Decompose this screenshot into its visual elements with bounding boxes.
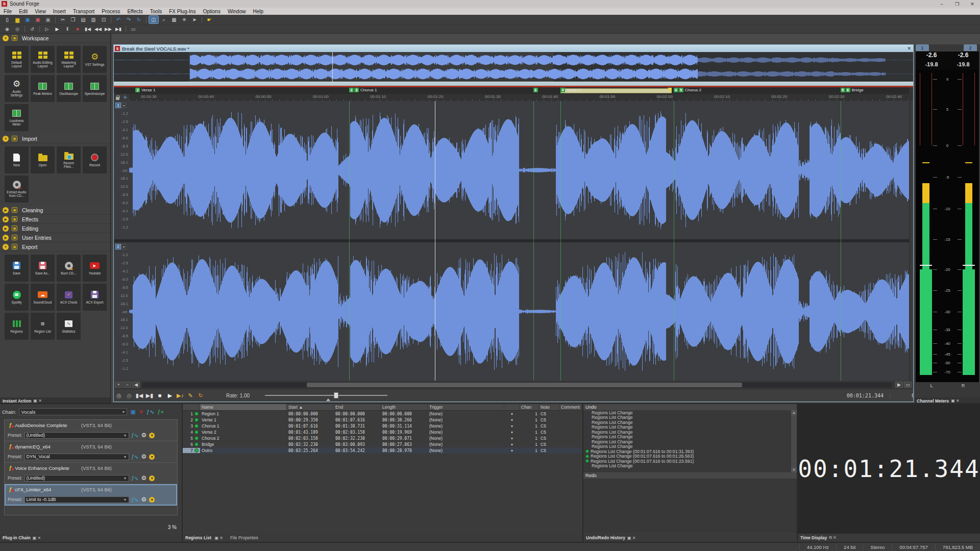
tab-regions-list[interactable]: Regions List ▣ ✕	[185, 535, 223, 540]
sidebar-section-workspace[interactable]: ▼▣Workspace	[0, 34, 110, 43]
panel-window-icons[interactable]: ▣ ✕	[33, 398, 41, 403]
tile-acx-check[interactable]: ✓ACX Check	[57, 284, 81, 311]
tab-file-properties[interactable]: File Properties	[230, 535, 258, 540]
channel-1-menu-icon[interactable]: ▾	[121, 103, 126, 108]
tile-statistics[interactable]: ∿Statistics	[57, 313, 81, 340]
scroll-right-button[interactable]: ▶	[895, 382, 903, 388]
play-plugin-chain-button[interactable]: ▶♪	[176, 392, 185, 399]
save-chain-button[interactable]: ▣	[130, 409, 135, 415]
region-row-outro[interactable]: 7Outro00:03:25.26400:03:54.24200:00:28.9…	[183, 447, 582, 454]
expand-plugin-icon[interactable]: ▼	[149, 454, 155, 460]
region-row-region-1[interactable]: 1Region 100:00:00.00000:00:00.00000:00:0…	[183, 411, 582, 417]
trim-crop-button[interactable]: ⊡	[99, 16, 108, 23]
loop-playback-button[interactable]: ◎	[114, 392, 124, 399]
mix-replace-button[interactable]: ◫	[149, 16, 158, 23]
panel-window-icons[interactable]: ▣ ✕	[627, 536, 635, 540]
record-button[interactable]: ◎	[125, 392, 134, 399]
tile-loudness-meter[interactable]: Loudness Meter	[5, 104, 29, 131]
channel-1-waveform[interactable]	[129, 101, 909, 239]
region-trigger[interactable]: (None)	[428, 430, 504, 435]
sidebar-section-export[interactable]: ▼▣Export	[0, 242, 110, 252]
tile-regions[interactable]: Regions	[5, 313, 29, 340]
overview-scroll-bar[interactable]	[114, 82, 913, 86]
menu-window[interactable]: Window	[224, 9, 250, 14]
plugin-card-dynamiceq-x64[interactable]: ƒdynamicEQ_x64(VST3, 64 Bit)Preset:DYN_V…	[5, 441, 177, 463]
column-header-chan[interactable]: Chan	[520, 404, 539, 410]
undo-item[interactable]: Regions List Change	[583, 415, 797, 420]
trigger-dropdown-icon[interactable]: ▼	[504, 443, 520, 446]
undo-item[interactable]: Regions List Change	[583, 464, 797, 469]
cut-button[interactable]: ✂	[58, 16, 67, 23]
rewind-button[interactable]: ◀◀	[93, 26, 103, 33]
sidebar-section-import[interactable]: ▼▣Import	[0, 134, 110, 143]
panel-window-icons[interactable]: ⧉ ✕	[829, 535, 836, 540]
forward-button[interactable]: ▶▶	[104, 26, 113, 33]
add-plugin-button[interactable]: ƒ+	[157, 409, 164, 415]
new-file-button[interactable]: ▯	[3, 16, 12, 23]
undo-item[interactable]: Regions List Change	[583, 430, 797, 435]
region-row-chorus-2[interactable]: 5Chorus 200:02:03.15800:02:32.23000:00:2…	[183, 435, 582, 441]
stop-button[interactable]: ■	[73, 26, 82, 33]
region-trigger[interactable]: (None)	[428, 423, 504, 429]
loop-button[interactable]: ↻	[196, 392, 205, 399]
play-all-button[interactable]: ▷	[42, 26, 52, 33]
lock-icon[interactable]	[116, 97, 119, 100]
sidebar-section-cleaning[interactable]: ▶▣Cleaning	[0, 206, 110, 215]
column-header-trigger[interactable]: Trigger	[428, 404, 504, 410]
automation-icon[interactable]: ƒ∿	[132, 497, 139, 503]
expand-plugin-icon[interactable]: ▼	[149, 475, 155, 481]
restart-button[interactable]: ↺	[28, 26, 37, 33]
tab-undo-redo-history[interactable]: Undo/Redo History ▣ ✕	[583, 534, 797, 542]
horizontal-scrollbar-thumb[interactable]	[307, 383, 742, 387]
tile-save[interactable]: Save	[5, 255, 29, 282]
region-trigger[interactable]: (None)	[428, 442, 504, 447]
trigger-dropdown-icon[interactable]: ▼	[504, 437, 520, 440]
automation-icon[interactable]: ƒ∿	[132, 475, 139, 481]
region-marker[interactable]: 3	[533, 88, 538, 92]
undo-item[interactable]: Regions List Change	[583, 425, 797, 430]
scroll-up-icon[interactable]: ▲	[791, 410, 797, 415]
menu-file[interactable]: File	[0, 9, 15, 14]
go-to-start-button[interactable]: ▮◀	[135, 392, 144, 399]
panel-window-icons[interactable]: ▣ ✕	[214, 536, 223, 540]
region-trigger[interactable]: (None)	[428, 411, 504, 416]
sidebar-section-effects[interactable]: ▶▣Effects	[0, 215, 110, 224]
tile-open[interactable]: Open	[31, 146, 55, 173]
undo-item[interactable]: Regions List Change	[583, 439, 797, 444]
region-play-icon[interactable]	[194, 430, 199, 434]
tile-spectroscope[interactable]: Spectroscope	[83, 75, 107, 102]
region-row-verse-2[interactable]: 4Verse 200:01:43.18900:02:03.15800:00:19…	[183, 429, 582, 435]
region-marker-verse-1[interactable]: 2Verse 1	[135, 88, 155, 92]
tile-default-layout[interactable]: Default Layout	[5, 46, 29, 73]
save-all-button[interactable]: ▣	[43, 16, 53, 23]
tile-acx-export[interactable]: ACX Export	[83, 284, 107, 311]
region-row-verse-1[interactable]: 2Verse 100:00:29.35000:01:07.61600:00:38…	[183, 417, 582, 423]
region-trigger[interactable]: (None)	[428, 436, 504, 441]
gear-icon[interactable]: ⚙	[141, 453, 146, 460]
maximize-button[interactable]: ❒	[949, 2, 965, 7]
tile-vst-settings[interactable]: ⚙VST Settings	[83, 46, 107, 73]
menu-help[interactable]: Help	[249, 9, 267, 14]
expand-plugin-icon[interactable]: ▼	[149, 433, 155, 438]
undo-item[interactable]: Regions List Change (00:01:07.616 to 00:…	[583, 454, 797, 459]
menu-tools[interactable]: Tools	[146, 9, 165, 14]
undo-item[interactable]: Regions List Change (00:01:07.616 to 00:…	[583, 449, 797, 454]
document-close-icon[interactable]: ✕	[907, 46, 911, 51]
region-play-icon[interactable]	[194, 412, 199, 416]
meter-tab-2[interactable]: 2	[964, 44, 977, 51]
minimize-button[interactable]: –	[934, 2, 949, 7]
channel-1-lane[interactable]: 1 ▾ -1.2-2.5-4.1-6.0-8.5-12.0-18.1-Inf.-…	[114, 101, 909, 239]
region-row-bridge[interactable]: 6Bridge00:02:32.23000:03:00.09300:00:27.…	[183, 441, 582, 447]
column-header[interactable]	[183, 404, 200, 410]
plugin-card-voice-enhance-complete[interactable]: ƒVoice Enhance Complete(VST3, 64 Bit)Pre…	[5, 463, 177, 484]
tile-save-as-[interactable]: Save As...	[31, 255, 55, 282]
gear-icon[interactable]: ⚙	[141, 432, 146, 439]
tile-youtube[interactable]: ▶Youtube	[83, 255, 107, 282]
preset-select[interactable]: (Untitled)▼	[24, 432, 129, 439]
tile-mastering-layout[interactable]: Mastering Layout	[57, 46, 81, 73]
undo-button[interactable]: ↶	[114, 16, 123, 23]
tile-extract-audio-from-cd-[interactable]: Extract Audio from CD...	[5, 176, 29, 203]
snapshot-button[interactable]: ✳	[180, 16, 189, 23]
column-header-length[interactable]: Length	[381, 404, 428, 410]
marker-row[interactable]: 2Verse 123Chorus 134Verse 245Chorus 256B…	[129, 87, 909, 94]
